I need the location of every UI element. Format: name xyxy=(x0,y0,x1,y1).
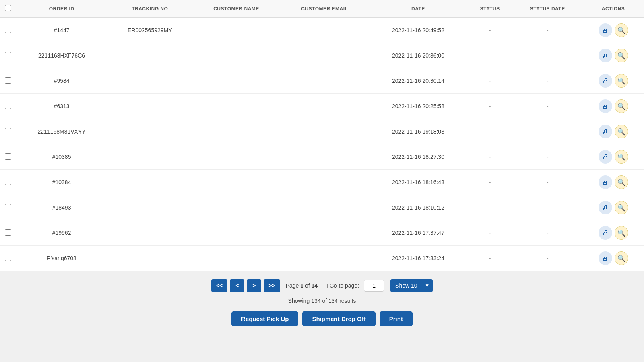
table-row: #103852022-11-16 18:27:30--🖨🔍 xyxy=(0,144,644,170)
status-date-cell: - xyxy=(512,195,582,220)
table-header-row: ORDER ID TRACKING NO CUSTOMER NAME CUSTO… xyxy=(0,0,644,18)
table-row: #103842022-11-16 18:16:43--🖨🔍 xyxy=(0,170,644,195)
status-date-cell: - xyxy=(512,119,582,144)
tracking-no-cell xyxy=(107,94,192,119)
search-icon-button[interactable]: 🔍 xyxy=(615,150,628,164)
printer-icon: 🖨 xyxy=(602,52,609,59)
last-page-button[interactable]: >> xyxy=(264,279,280,292)
print-icon-button[interactable]: 🖨 xyxy=(599,201,612,214)
results-info: Showing 134 of 134 results xyxy=(288,298,356,304)
status-cell: - xyxy=(467,18,513,43)
status-cell: - xyxy=(467,94,513,119)
pagination-controls: << < > >> Page 1 of 14 I Go to page: Sho… xyxy=(211,279,433,292)
print-icon-button[interactable]: 🖨 xyxy=(599,251,612,265)
status-date-cell: - xyxy=(512,170,582,195)
goto-label: I Go to page: xyxy=(326,282,359,289)
row-checkbox[interactable] xyxy=(5,153,11,160)
customer-name-cell xyxy=(192,144,280,170)
search-icon-button[interactable]: 🔍 xyxy=(615,201,628,214)
magnifier-icon: 🔍 xyxy=(617,27,625,34)
tracking-no-cell xyxy=(107,119,192,144)
customer-email-cell xyxy=(280,195,369,220)
printer-icon: 🖨 xyxy=(602,128,609,135)
row-checkbox[interactable] xyxy=(5,229,11,236)
order-id-cell: #18493 xyxy=(16,195,107,220)
print-icon-button[interactable]: 🖨 xyxy=(599,226,612,240)
search-icon-button[interactable]: 🔍 xyxy=(615,125,628,138)
status-cell: - xyxy=(467,246,513,271)
customer-email-cell xyxy=(280,68,369,94)
customer-name-cell xyxy=(192,246,280,271)
row-checkbox[interactable] xyxy=(5,27,11,33)
customer-email-cell xyxy=(280,246,369,271)
print-icon-button[interactable]: 🖨 xyxy=(599,99,612,113)
total-pages: 14 xyxy=(312,282,318,289)
status-date-header: STATUS DATE xyxy=(512,0,582,18)
status-date-cell: - xyxy=(512,246,582,271)
search-icon-button[interactable]: 🔍 xyxy=(615,23,628,37)
prev-page-button[interactable]: < xyxy=(230,279,244,292)
customer-email-cell xyxy=(280,119,369,144)
date-cell: 2022-11-16 19:18:03 xyxy=(369,119,467,144)
status-cell: - xyxy=(467,119,513,144)
search-icon-button[interactable]: 🔍 xyxy=(615,226,628,240)
status-cell: - xyxy=(467,195,513,220)
current-page: 1 xyxy=(300,282,303,289)
order-id-header: ORDER ID xyxy=(16,0,107,18)
print-icon-button[interactable]: 🖨 xyxy=(599,49,612,62)
first-page-button[interactable]: << xyxy=(211,279,227,292)
search-icon-button[interactable]: 🔍 xyxy=(615,74,628,88)
table-row: #95842022-11-16 20:30:14--🖨🔍 xyxy=(0,68,644,94)
actions-cell: 🖨🔍 xyxy=(582,43,644,68)
row-checkbox[interactable] xyxy=(5,179,11,185)
shipment-dropoff-button[interactable]: Shipment Drop Off xyxy=(302,311,375,326)
actions-cell: 🖨🔍 xyxy=(582,119,644,144)
search-icon-button[interactable]: 🔍 xyxy=(615,49,628,62)
show-select[interactable]: Show 10 Show 25 Show 50 Show 100 xyxy=(390,279,433,292)
search-icon-button[interactable]: 🔍 xyxy=(615,175,628,189)
actions-cell: 🖨🔍 xyxy=(582,170,644,195)
customer-email-cell xyxy=(280,170,369,195)
printer-icon: 🖨 xyxy=(602,27,609,34)
magnifier-icon: 🔍 xyxy=(617,77,625,85)
next-page-button[interactable]: > xyxy=(247,279,261,292)
printer-icon: 🖨 xyxy=(602,77,609,84)
search-icon-button[interactable]: 🔍 xyxy=(615,251,628,265)
actions-cell: 🖨🔍 xyxy=(582,220,644,246)
row-checkbox[interactable] xyxy=(5,77,11,84)
print-icon-button[interactable]: 🖨 xyxy=(599,125,612,138)
print-icon-button[interactable]: 🖨 xyxy=(599,23,612,37)
row-checkbox[interactable] xyxy=(5,128,11,134)
order-id-cell: #10385 xyxy=(16,144,107,170)
printer-icon: 🖨 xyxy=(602,204,609,211)
goto-input[interactable] xyxy=(364,280,384,292)
row-checkbox[interactable] xyxy=(5,52,11,58)
status-date-cell: - xyxy=(512,144,582,170)
magnifier-icon: 🔍 xyxy=(617,255,625,262)
select-all-checkbox[interactable] xyxy=(5,5,11,11)
date-cell: 2022-11-16 20:49:52 xyxy=(369,18,467,43)
orders-table-container: ORDER ID TRACKING NO CUSTOMER NAME CUSTO… xyxy=(0,0,644,271)
row-checkbox[interactable] xyxy=(5,204,11,210)
search-icon-button[interactable]: 🔍 xyxy=(615,99,628,113)
actions-header: ACTIONS xyxy=(582,0,644,18)
select-all-header xyxy=(0,0,16,18)
print-icon-button[interactable]: 🖨 xyxy=(599,175,612,189)
order-id-cell: #6313 xyxy=(16,94,107,119)
actions-cell: 🖨🔍 xyxy=(582,18,644,43)
row-checkbox[interactable] xyxy=(5,255,11,261)
customer-email-cell xyxy=(280,18,369,43)
printer-icon: 🖨 xyxy=(602,153,609,160)
order-id-cell: P'sang6708 xyxy=(16,246,107,271)
status-date-cell: - xyxy=(512,94,582,119)
print-icon-button[interactable]: 🖨 xyxy=(599,74,612,88)
magnifier-icon: 🔍 xyxy=(617,229,625,237)
print-icon-button[interactable]: 🖨 xyxy=(599,150,612,164)
magnifier-icon: 🔍 xyxy=(617,179,625,186)
row-checkbox[interactable] xyxy=(5,103,11,109)
tracking-no-cell xyxy=(107,43,192,68)
print-button[interactable]: Print xyxy=(380,311,413,326)
request-pickup-button[interactable]: Request Pick Up xyxy=(231,311,298,326)
customer-name-cell xyxy=(192,43,280,68)
customer-email-header: CUSTOMER EMAIL xyxy=(280,0,369,18)
